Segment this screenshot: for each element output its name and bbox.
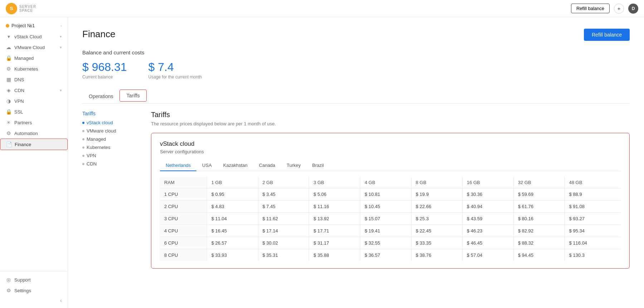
tariffs-sidebar-vmware[interactable]: VMware cloud (82, 128, 140, 134)
tariffs-sidebar-vstack[interactable]: vStack cloud (82, 120, 140, 125)
price-cell: $ 36.57 (360, 249, 411, 261)
loc-tab-canada[interactable]: Canada (253, 160, 281, 171)
table-row: 3 CPU$ 11.04$ 11.62$ 13.92$ 15.07$ 25.3$… (160, 213, 621, 225)
price-cell: $ 19.41 (360, 225, 411, 237)
cpu-label: 2 CPU (160, 201, 207, 213)
vstack-cloud-icon: ▾ (6, 34, 11, 39)
tariffs-sidebar-vpn[interactable]: VPN (82, 153, 140, 158)
page-header: Finance Refill balance (82, 29, 630, 41)
settings-icon: ⚙ (6, 288, 11, 293)
price-cell: $ 10.45 (360, 201, 411, 213)
refill-balance-button[interactable]: Refill balance (584, 29, 630, 41)
sidebar-item-kubernetes[interactable]: ⚙ Kubernetes (0, 63, 68, 74)
col-1gb: 1 GB (207, 177, 258, 188)
price-cell: $ 16.45 (207, 225, 258, 237)
sidebar-item-label: CDN (14, 88, 24, 93)
col-16gb: 16 GB (462, 177, 513, 188)
price-cell: $ 35.31 (258, 249, 309, 261)
price-cell: $ 19.9 (411, 188, 463, 201)
sidebar-collapse-button[interactable]: ‹ (0, 296, 68, 305)
loc-tab-kazakhstan[interactable]: Kazakhstan (218, 160, 253, 171)
tariffs-main: Tariffs The resource prices displayed be… (151, 111, 630, 269)
price-cell: $ 11.04 (207, 213, 258, 225)
location-tabs: Netherlands USA Kazakhstan Canada Turkey… (160, 160, 621, 171)
sidebar-item-label: Managed (14, 56, 34, 61)
table-row: 2 CPU$ 4.83$ 7.45$ 11.16$ 10.45$ 22.66$ … (160, 201, 621, 213)
topbar-add-button[interactable]: + (614, 4, 624, 14)
automation-icon: ⚙ (6, 130, 11, 136)
cdn-icon: ◈ (6, 87, 11, 93)
topbar-avatar[interactable]: D (628, 4, 638, 14)
sidebar-item-managed[interactable]: 🔒 Managed (0, 53, 68, 63)
tab-tariffs[interactable]: Tariffs (119, 90, 146, 102)
topbar-right: Refill balance + D (571, 4, 638, 14)
support-icon: ◎ (6, 277, 11, 283)
pricing-table: RAM 1 GB 2 GB 3 GB 4 GB 8 GB 16 GB 32 GB… (160, 177, 621, 261)
sidebar-item-dns[interactable]: ▦ DNS (0, 74, 68, 85)
price-cell: $ 30.02 (258, 237, 309, 249)
price-cell: $ 31.17 (309, 237, 360, 249)
tariffs-description: The resource prices displayed below are … (151, 121, 630, 126)
sidebar-item-vstack-cloud[interactable]: ▾ vStack Cloud ▾ (0, 31, 68, 42)
tab-operations[interactable]: Operations (82, 90, 119, 103)
sidebar-item-label: Settings (14, 288, 31, 293)
sidebar-item-partners[interactable]: ✳ Partners (0, 117, 68, 128)
loc-tab-turkey[interactable]: Turkey (281, 160, 306, 171)
tariffs-sidebar-cdn[interactable]: CDN (82, 161, 140, 167)
price-cell: $ 11.16 (309, 201, 360, 213)
table-row: 6 CPU$ 26.57$ 30.02$ 31.17$ 32.55$ 33.35… (160, 237, 621, 249)
vstack-card-title: vStack cloud (160, 140, 621, 148)
tariffs-sidebar-kubernetes[interactable]: Kubernetes (82, 145, 140, 150)
sidebar-item-ssl[interactable]: 🔒 SSL (0, 106, 68, 117)
col-3gb: 3 GB (309, 177, 360, 188)
cpu-label: 6 CPU (160, 237, 207, 249)
sidebar-project-label: Project №1 (11, 23, 35, 28)
loc-tab-netherlands[interactable]: Netherlands (160, 160, 196, 171)
dns-icon: ▦ (6, 77, 11, 82)
sidebar-item-label: Support (14, 277, 31, 283)
logo-icon: S (6, 3, 17, 14)
sidebar-item-label: SSL (14, 109, 23, 115)
sidebar-item-label: DNS (14, 77, 24, 82)
sidebar-item-finance[interactable]: 📄 Finance (0, 139, 68, 150)
price-cell: $ 82.92 (513, 225, 565, 237)
price-cell: $ 26.57 (207, 237, 258, 249)
price-cell: $ 22.45 (411, 225, 463, 237)
table-header-row: RAM 1 GB 2 GB 3 GB 4 GB 8 GB 16 GB 32 GB… (160, 177, 621, 188)
sidebar-item-settings[interactable]: ⚙ Settings (0, 285, 68, 296)
sidebar-item-vmware-cloud[interactable]: ☁ VMware Cloud ▾ (0, 42, 68, 53)
sidebar-item-support[interactable]: ◎ Support (0, 274, 68, 285)
sidebar-item-automation[interactable]: ⚙ Automation (0, 128, 68, 139)
price-cell: $ 33.35 (411, 237, 463, 249)
price-cell: $ 30.36 (462, 188, 513, 201)
price-cell: $ 38.76 (411, 249, 463, 261)
col-ram: RAM (160, 177, 207, 188)
sidebar-item-cdn[interactable]: ◈ CDN ▾ (0, 85, 68, 96)
bullet-kubernetes-icon (82, 146, 84, 149)
sidebar-project[interactable]: Project №1 › (0, 20, 68, 31)
sidebar-item-vpn[interactable]: ◑ VPN (0, 96, 68, 106)
usage-amount: $ 7.4 (148, 61, 202, 74)
sidebar-item-label: VPN (14, 98, 24, 104)
bullet-managed-icon (82, 138, 84, 140)
table-row: 4 CPU$ 16.45$ 17.14$ 17.71$ 19.41$ 22.45… (160, 225, 621, 237)
bullet-vstack-icon (82, 122, 84, 124)
price-cell: $ 61.76 (513, 201, 565, 213)
price-cell: $ 59.69 (513, 188, 565, 201)
price-cell: $ 7.45 (258, 201, 309, 213)
tariffs-sidebar: Tariffs vStack cloud VMware cloud Manage… (82, 111, 140, 269)
bullet-cdn-icon (82, 163, 84, 165)
price-cell: $ 40.94 (462, 201, 513, 213)
current-balance-amount: $ 968.31 (82, 61, 127, 74)
tariffs-sidebar-managed[interactable]: Managed (82, 136, 140, 142)
balance-cards: $ 968.31 Current balance $ 7.4 Usage for… (82, 61, 630, 80)
price-cell: $ 17.71 (309, 225, 360, 237)
loc-tab-brazil[interactable]: Brazil (307, 160, 330, 171)
loc-tab-usa[interactable]: USA (196, 160, 218, 171)
price-cell: $ 130.3 (565, 249, 621, 261)
topbar-refill-button[interactable]: Refill balance (571, 4, 610, 13)
vmware-chevron-icon: ▾ (60, 45, 62, 50)
price-cell: $ 10.81 (360, 188, 411, 201)
price-cell: $ 35.88 (309, 249, 360, 261)
usage-label: Usage for the current month (148, 74, 202, 80)
